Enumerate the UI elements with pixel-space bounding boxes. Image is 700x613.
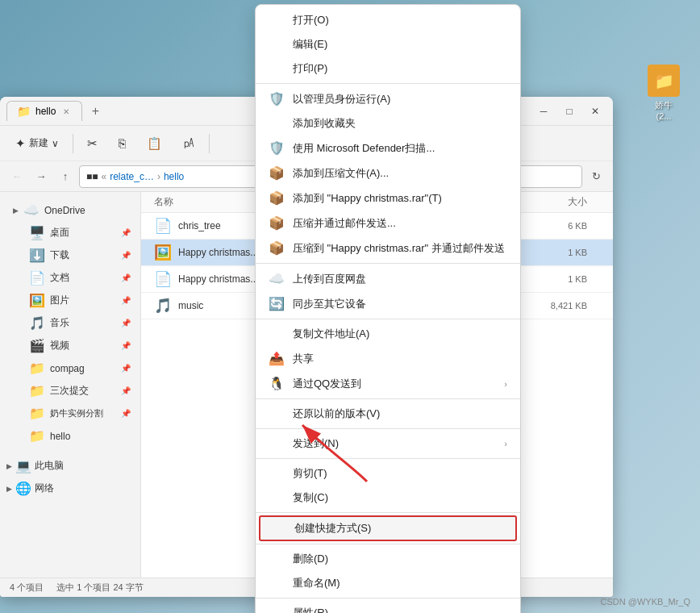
- ctx-share[interactable]: 📤 共享: [256, 346, 520, 371]
- commits-icon: 📁: [29, 383, 45, 398]
- ctx-cut-label: 剪切(T): [293, 466, 327, 481]
- rename-icon: ㎀: [183, 136, 195, 151]
- paste-button[interactable]: 📋: [138, 131, 171, 156]
- desktop-icon-folder[interactable]: 📁 娇牛(2...: [635, 65, 692, 121]
- sidebar-label-compag: compag: [50, 363, 85, 374]
- sidebar-item-onedrive[interactable]: ▶ ☁️ OneDrive: [3, 199, 137, 221]
- cut-button[interactable]: ✂: [78, 131, 106, 156]
- forward-button[interactable]: →: [31, 166, 52, 187]
- ctx-restore[interactable]: 还原以前的版本(V): [256, 402, 520, 426]
- new-button[interactable]: ✦ 新建 ∨: [6, 131, 68, 156]
- ctx-qq-icon: 🐧: [269, 376, 285, 391]
- happy1-size: 1 KB: [535, 248, 600, 257]
- ctx-sep-2: [256, 263, 520, 264]
- happy2-icon: 📄: [154, 270, 172, 288]
- documents-pin: 📌: [121, 273, 131, 282]
- documents-icon: 📄: [29, 270, 45, 286]
- window-controls: ─ □ ✕: [532, 102, 606, 120]
- desktop-icon-label: 娇牛(2...: [635, 99, 692, 121]
- sidebar-item-hello[interactable]: 📁 hello: [3, 425, 137, 447]
- copy-button[interactable]: ⎘: [110, 131, 135, 155]
- status-selected: 选中 1 个项目 24 字节: [56, 582, 144, 594]
- ctx-sep-8: [256, 544, 520, 544]
- ctx-properties-label: 属性(R): [293, 606, 328, 613]
- minimize-button[interactable]: ─: [532, 102, 555, 120]
- active-tab[interactable]: 📁 hello ✕: [6, 101, 82, 121]
- thispc-label: 此电脑: [35, 459, 64, 473]
- tab-close-button[interactable]: ✕: [60, 106, 72, 117]
- ctx-properties[interactable]: 属性(R): [256, 601, 520, 613]
- ctx-qq[interactable]: 🐧 通过QQ发送到 ›: [256, 371, 520, 396]
- ctx-baidu[interactable]: ☁️ 上传到百度网盘: [256, 266, 520, 291]
- new-tab-button[interactable]: +: [85, 102, 105, 121]
- onedrive-chevron: ▶: [13, 206, 19, 215]
- hello-folder-icon: 📁: [29, 428, 45, 444]
- ctx-defender[interactable]: 🛡️ 使用 Microsoft Defender扫描...: [256, 136, 520, 161]
- ctx-create-shortcut[interactable]: 创建快捷方式(S): [259, 515, 517, 541]
- christree-size: 6 KB: [535, 221, 600, 231]
- ctx-sendto[interactable]: 发送到(N) ›: [256, 432, 520, 456]
- ctx-copy-label: 复制(C): [293, 490, 328, 505]
- ctx-addrar-label: 添加到 "Happy christmas.rar"(T): [293, 191, 442, 206]
- sidebar-item-commits[interactable]: 📁 三次提交 📌: [3, 380, 137, 402]
- ctx-delete[interactable]: 删除(D): [256, 547, 520, 571]
- ctx-sep-7: [256, 512, 520, 513]
- sidebar-item-downloads[interactable]: ⬇️ 下载 📌: [3, 244, 137, 266]
- refresh-button[interactable]: ↻: [585, 166, 606, 187]
- sidebar-label-cow: 奶牛实例分割: [50, 407, 103, 419]
- maximize-button[interactable]: □: [558, 102, 581, 120]
- ctx-compress-rar-email[interactable]: 📦 压缩到 "Happy christmas.rar" 并通过邮件发送: [256, 236, 520, 261]
- up-button[interactable]: ↑: [55, 166, 76, 187]
- ctx-print-label: 打印(P): [293, 61, 327, 76]
- sidebar-item-documents[interactable]: 📄 文档 📌: [3, 267, 137, 289]
- ctx-copy[interactable]: 复制(C): [256, 486, 520, 510]
- ctx-compress-email[interactable]: 📦 压缩并通过邮件发送...: [256, 211, 520, 236]
- path-part-relate[interactable]: relate_c…: [110, 171, 154, 182]
- path-separator-2: ›: [157, 171, 160, 182]
- ctx-baidu-label: 上传到百度网盘: [293, 272, 366, 286]
- music-size: 8,421 KB: [535, 301, 600, 311]
- context-menu: 打开(O) 编辑(E) 打印(P) 🛡️ 以管理员身份运行(A) 添加到收藏夹 …: [255, 4, 521, 613]
- ctx-qq-label: 通过QQ发送到: [293, 377, 361, 391]
- back-button[interactable]: ←: [6, 166, 27, 187]
- ctx-open[interactable]: 打开(O): [256, 8, 520, 32]
- ctx-restore-label: 还原以前的版本(V): [293, 407, 380, 421]
- header-size: 大小: [535, 195, 600, 209]
- ctx-favorites[interactable]: 添加到收藏夹: [256, 111, 520, 136]
- ctx-rename[interactable]: 重命名(M): [256, 571, 520, 595]
- sidebar-label-desktop: 桌面: [50, 226, 69, 240]
- ctx-copypath[interactable]: 复制文件地址(A): [256, 322, 520, 346]
- sidebar-item-videos[interactable]: 🎬 视频 📌: [3, 335, 137, 357]
- sidebar-item-pictures[interactable]: 🖼️ 图片 📌: [3, 290, 137, 311]
- ctx-sep-9: [256, 598, 520, 598]
- ctx-cut[interactable]: 剪切(T): [256, 461, 520, 486]
- sidebar-item-thispc[interactable]: ▶ 💻 此电脑: [3, 455, 137, 477]
- desktop: 📁 娇牛(2... 📁 hello ✕ + ─ □ ✕ ✦: [0, 0, 700, 613]
- path-part-hello[interactable]: hello: [164, 171, 184, 182]
- rename-button[interactable]: ㎀: [174, 131, 204, 156]
- new-chevron: ∨: [52, 138, 59, 149]
- sidebar-item-cow[interactable]: 📁 奶牛实例分割 📌: [3, 402, 137, 424]
- close-button[interactable]: ✕: [584, 102, 606, 120]
- ctx-sync[interactable]: 🔄 同步至其它设备: [256, 291, 520, 316]
- sidebar-item-music[interactable]: 🎵 音乐 📌: [3, 312, 137, 334]
- ctx-edit[interactable]: 编辑(E): [256, 32, 520, 56]
- network-chevron: ▶: [6, 485, 12, 493]
- sidebar-item-compag[interactable]: 📁 compag 📌: [3, 357, 137, 379]
- sidebar-label-downloads: 下载: [50, 248, 69, 262]
- ctx-compemail-icon: 📦: [269, 215, 285, 231]
- onedrive-label: OneDrive: [44, 205, 85, 216]
- ctx-share-label: 共享: [293, 352, 314, 366]
- new-icon: ✦: [15, 136, 26, 151]
- ctx-compress[interactable]: 📦 添加到压缩文件(A)...: [256, 161, 520, 186]
- ctx-runas[interactable]: 🛡️ 以管理员身份运行(A): [256, 86, 520, 111]
- thispc-chevron: ▶: [6, 462, 12, 470]
- sidebar-item-desktop[interactable]: 🖥️ 桌面 📌: [3, 222, 137, 244]
- ctx-add-rar[interactable]: 📦 添加到 "Happy christmas.rar"(T): [256, 186, 520, 211]
- cut-icon: ✂: [87, 136, 98, 151]
- sidebar-item-network[interactable]: ▶ 🌐 网络: [3, 477, 137, 499]
- ctx-print[interactable]: 打印(P): [256, 56, 520, 81]
- sidebar: ▶ ☁️ OneDrive 🖥️ 桌面 📌 ⬇️ 下载 📌: [0, 192, 141, 578]
- new-label: 新建: [29, 136, 48, 150]
- ctx-sep-6: [256, 458, 520, 459]
